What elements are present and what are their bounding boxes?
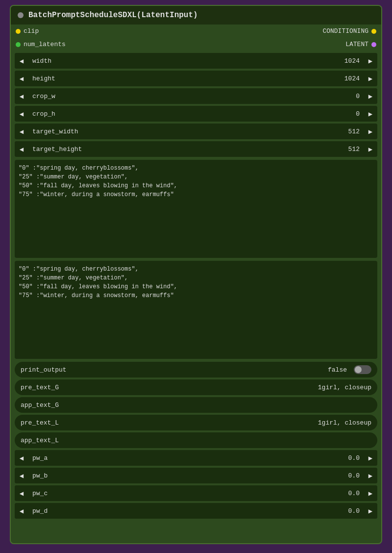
pre-text-l-row[interactable]: pre_text_L 1girl, closeup xyxy=(15,415,377,430)
latent-label: LATENT xyxy=(345,41,368,48)
pw-b-value: 0.0 xyxy=(334,472,364,479)
latent-output[interactable]: LATENT xyxy=(345,41,376,48)
text-area-2[interactable]: "0" :"spring day, cherryblossoms", "25" … xyxy=(15,261,377,359)
clip-label: clip xyxy=(24,27,39,35)
clip-dot xyxy=(16,29,21,34)
crop-w-decrement[interactable]: ◀ xyxy=(15,88,28,104)
pw-d-decrement[interactable]: ◀ xyxy=(15,503,28,519)
width-label: width xyxy=(28,57,334,65)
crop-h-decrement[interactable]: ◀ xyxy=(15,106,28,122)
crop-h-value: 0 xyxy=(334,110,364,118)
pre-text-g-value: 1girl, closeup xyxy=(318,384,371,391)
width-param: ◀ width 1024 ▶ xyxy=(15,53,377,69)
pre-text-l-value: 1girl, closeup xyxy=(318,419,371,427)
conditioning-label: CONDITIONING xyxy=(322,27,368,35)
app-text-l-row[interactable]: app_text_L xyxy=(15,432,377,448)
width-value: 1024 xyxy=(334,57,364,65)
crop-h-increment[interactable]: ▶ xyxy=(364,106,377,122)
clip-input[interactable]: clip xyxy=(16,27,39,35)
width-decrement[interactable]: ◀ xyxy=(15,53,28,69)
header-dot xyxy=(18,12,24,18)
pw-a-increment[interactable]: ▶ xyxy=(364,450,377,466)
print-output-row: print_output false xyxy=(15,362,377,377)
target-width-value: 512 xyxy=(334,128,364,135)
pw-b-label: pw_b xyxy=(28,472,334,479)
pw-c-increment[interactable]: ▶ xyxy=(364,485,377,501)
latent-dot xyxy=(371,42,376,47)
pre-text-l-label: pre_text_L xyxy=(21,419,59,427)
app-text-l-label: app_text_L xyxy=(21,437,59,444)
pw-c-param: ◀ pw_c 0.0 ▶ xyxy=(15,485,377,501)
node-header: BatchPromptScheduleSDXL(LatentInput) xyxy=(11,6,381,25)
io-num-latents-row: num_latents LATENT xyxy=(11,38,381,51)
node-container: BatchPromptScheduleSDXL(LatentInput) cli… xyxy=(10,5,382,544)
pw-c-value: 0.0 xyxy=(334,490,364,497)
target-width-decrement[interactable]: ◀ xyxy=(15,124,28,139)
target-width-label: target_width xyxy=(28,128,334,135)
height-label: height xyxy=(28,75,334,82)
print-output-toggle[interactable] xyxy=(354,365,371,374)
pw-a-label: pw_a xyxy=(28,454,334,462)
target-height-value: 512 xyxy=(334,146,364,153)
num-latents-input[interactable]: num_latents xyxy=(16,41,66,48)
crop-w-param: ◀ crop_w 0 ▶ xyxy=(15,88,377,104)
app-text-g-label: app_text_G xyxy=(21,402,59,409)
pw-b-decrement[interactable]: ◀ xyxy=(15,468,28,483)
pw-a-decrement[interactable]: ◀ xyxy=(15,450,28,466)
pre-text-g-row[interactable]: pre_text_G 1girl, closeup xyxy=(15,379,377,395)
io-clip-row: clip CONDITIONING xyxy=(11,25,381,38)
pw-d-value: 0.0 xyxy=(334,507,364,515)
target-width-increment[interactable]: ▶ xyxy=(364,124,377,139)
pw-a-param: ◀ pw_a 0.0 ▶ xyxy=(15,450,377,466)
node-title: BatchPromptScheduleSDXL(LatentInput) xyxy=(28,11,198,20)
app-text-g-row[interactable]: app_text_G xyxy=(15,397,377,413)
width-increment[interactable]: ▶ xyxy=(364,53,377,69)
num-latents-dot xyxy=(16,42,21,47)
target-height-param: ◀ target_height 512 ▶ xyxy=(15,141,377,157)
text-area-2-content: "0" :"spring day, cherryblossoms", "25" … xyxy=(19,265,373,300)
pw-c-decrement[interactable]: ◀ xyxy=(15,485,28,501)
height-increment[interactable]: ▶ xyxy=(364,71,377,86)
text-area-1[interactable]: "0" :"spring day, cherryblossoms", "25" … xyxy=(15,160,377,258)
pw-d-label: pw_d xyxy=(28,507,334,515)
pw-d-param: ◀ pw_d 0.0 ▶ xyxy=(15,503,377,519)
conditioning-dot xyxy=(371,29,376,34)
height-param: ◀ height 1024 ▶ xyxy=(15,71,377,86)
pw-d-increment[interactable]: ▶ xyxy=(364,503,377,519)
pw-a-value: 0.0 xyxy=(334,454,364,462)
target-height-decrement[interactable]: ◀ xyxy=(15,141,28,157)
print-output-label: print_output xyxy=(21,366,67,374)
height-decrement[interactable]: ◀ xyxy=(15,71,28,86)
text-area-1-content: "0" :"spring day, cherryblossoms", "25" … xyxy=(19,164,373,199)
pw-c-label: pw_c xyxy=(28,490,334,497)
target-width-param: ◀ target_width 512 ▶ xyxy=(15,124,377,139)
num-latents-label: num_latents xyxy=(24,41,66,48)
target-height-label: target_height xyxy=(28,146,334,153)
conditioning-output[interactable]: CONDITIONING xyxy=(322,27,376,35)
target-height-increment[interactable]: ▶ xyxy=(364,141,377,157)
crop-w-value: 0 xyxy=(334,93,364,100)
pw-b-increment[interactable]: ▶ xyxy=(364,468,377,483)
crop-h-label: crop_h xyxy=(28,110,334,118)
pre-text-g-label: pre_text_G xyxy=(21,384,59,391)
crop-w-label: crop_w xyxy=(28,93,334,100)
print-output-value: false xyxy=(328,366,347,374)
pw-b-param: ◀ pw_b 0.0 ▶ xyxy=(15,468,377,483)
crop-w-increment[interactable]: ▶ xyxy=(364,88,377,104)
crop-h-param: ◀ crop_h 0 ▶ xyxy=(15,106,377,122)
height-value: 1024 xyxy=(334,75,364,82)
